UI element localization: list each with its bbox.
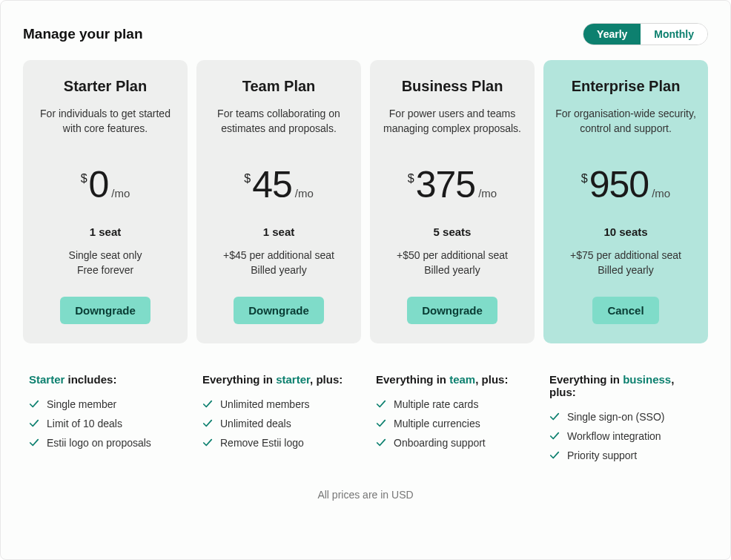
plan-starter: Starter Plan For individuals to get star…: [23, 60, 188, 343]
title-pre: Everything in: [202, 373, 276, 386]
extra-info: Single seat only Free forever: [69, 248, 142, 277]
downgrade-button[interactable]: Downgrade: [234, 297, 324, 324]
extra-info: +$45 per additional seat Billed yearly: [223, 248, 334, 277]
plans-row: Starter Plan For individuals to get star…: [23, 60, 708, 343]
features-title: Everything in team, plus:: [376, 373, 529, 386]
price-row: $ 375 /mo: [408, 166, 497, 203]
downgrade-button[interactable]: Downgrade: [60, 297, 150, 324]
features-business: Everything in team, plus: Multiple rate …: [370, 373, 535, 465]
price-row: $ 950 /mo: [581, 166, 670, 203]
currency-symbol: $: [408, 172, 414, 185]
per-period: /mo: [295, 187, 314, 200]
check-icon: [376, 438, 386, 448]
features-starter: Starter includes: Single member Limit of…: [23, 373, 188, 465]
feature-item: Unlimited deals: [202, 414, 355, 433]
title-accent: team: [449, 373, 475, 386]
seats: 10 seats: [603, 225, 647, 238]
feature-text: Multiple currencies: [394, 418, 480, 429]
title-post: , plus:: [475, 373, 508, 386]
extra-line-2: Billed yearly: [223, 263, 334, 278]
feature-item: Estii logo on proposals: [29, 433, 182, 452]
features-list: Single member Limit of 10 deals Estii lo…: [29, 395, 182, 452]
cancel-button[interactable]: Cancel: [592, 297, 658, 324]
toggle-monthly[interactable]: Monthly: [641, 24, 707, 45]
feature-text: Priority support: [567, 449, 637, 461]
extra-line-1: +$50 per additional seat: [397, 248, 508, 263]
title-accent: business: [623, 373, 671, 386]
price-row: $ 45 /mo: [244, 166, 314, 203]
features-team: Everything in starter, plus: Unlimited m…: [196, 373, 361, 465]
check-icon: [549, 431, 560, 441]
feature-text: Unlimited members: [220, 398, 310, 410]
seats: 1 seat: [263, 225, 295, 238]
feature-text: Limit of 10 deals: [47, 418, 122, 429]
check-icon: [549, 412, 560, 422]
feature-text: Unlimited deals: [220, 418, 291, 429]
feature-item: Remove Estii logo: [202, 433, 355, 452]
feature-item: Priority support: [549, 446, 702, 465]
extra-line-2: Billed yearly: [397, 263, 508, 278]
plan-name: Starter Plan: [64, 78, 147, 95]
currency-symbol: $: [244, 172, 251, 185]
features-list: Multiple rate cards Multiple currencies …: [376, 395, 529, 452]
features-enterprise: Everything in business, plus: Single sig…: [543, 373, 708, 465]
billing-toggle: Yearly Monthly: [583, 23, 708, 45]
check-icon: [29, 418, 39, 429]
plan-desc: For teams collaborating on estimates and…: [207, 107, 351, 151]
features-title: Starter includes:: [29, 373, 182, 386]
feature-item: Single sign-on (SSO): [549, 407, 702, 426]
price: 950: [589, 166, 649, 203]
downgrade-button[interactable]: Downgrade: [407, 297, 497, 324]
header: Manage your plan Yearly Monthly: [23, 23, 708, 45]
features-title: Everything in starter, plus:: [202, 373, 355, 386]
plan-desc: For power users and teams managing compl…: [380, 107, 524, 151]
extra-line-1: Single seat only: [69, 248, 142, 263]
extra-info: +$50 per additional seat Billed yearly: [397, 248, 508, 277]
feature-text: Single member: [47, 398, 116, 410]
features-list: Unlimited members Unlimited deals Remove…: [202, 395, 355, 452]
check-icon: [376, 399, 386, 409]
extra-line-2: Billed yearly: [570, 263, 681, 278]
seats: 1 seat: [90, 225, 122, 238]
price: 0: [89, 166, 109, 203]
title-pre: Everything in: [549, 373, 623, 386]
check-icon: [202, 438, 213, 448]
extra-info: +$75 per additional seat Billed yearly: [570, 248, 681, 277]
check-icon: [202, 399, 213, 409]
toggle-yearly[interactable]: Yearly: [583, 24, 641, 45]
price: 45: [252, 166, 292, 203]
page-title: Manage your plan: [23, 26, 143, 42]
feature-item: Multiple rate cards: [376, 395, 529, 414]
feature-text: Estii logo on proposals: [47, 437, 151, 449]
feature-text: Single sign-on (SSO): [567, 411, 665, 423]
per-period: /mo: [652, 187, 670, 200]
title-post: includes:: [64, 373, 116, 386]
extra-line-1: +$45 per additional seat: [223, 248, 334, 263]
plan-name: Business Plan: [402, 78, 503, 95]
feature-item: Multiple currencies: [376, 414, 529, 433]
feature-item: Unlimited members: [202, 395, 355, 414]
title-accent: Starter: [29, 373, 64, 386]
plan-desc: For individuals to get started with core…: [33, 107, 177, 151]
feature-item: Workflow integration: [549, 426, 702, 446]
price: 375: [416, 166, 475, 203]
feature-text: Onboarding support: [394, 437, 486, 449]
extra-line-2: Free forever: [69, 263, 142, 278]
check-icon: [29, 399, 39, 409]
plan-name: Team Plan: [242, 78, 316, 95]
extra-line-1: +$75 per additional seat: [570, 248, 681, 263]
feature-item: Onboarding support: [376, 433, 529, 452]
per-period: /mo: [111, 187, 130, 200]
check-icon: [202, 418, 213, 429]
plan-enterprise: Enterprise Plan For organisation-wide se…: [543, 60, 708, 343]
plan-team: Team Plan For teams collaborating on est…: [196, 60, 361, 343]
footer-note: All prices are in USD: [23, 489, 708, 501]
pricing-panel: Manage your plan Yearly Monthly Starter …: [0, 0, 731, 560]
plan-name: Enterprise Plan: [572, 78, 681, 95]
title-accent: starter: [276, 373, 310, 386]
features-list: Single sign-on (SSO) Workflow integratio…: [549, 407, 702, 465]
check-icon: [29, 438, 39, 448]
plan-business: Business Plan For power users and teams …: [370, 60, 535, 343]
feature-text: Remove Estii logo: [220, 437, 304, 449]
features-title: Everything in business, plus:: [549, 373, 702, 398]
